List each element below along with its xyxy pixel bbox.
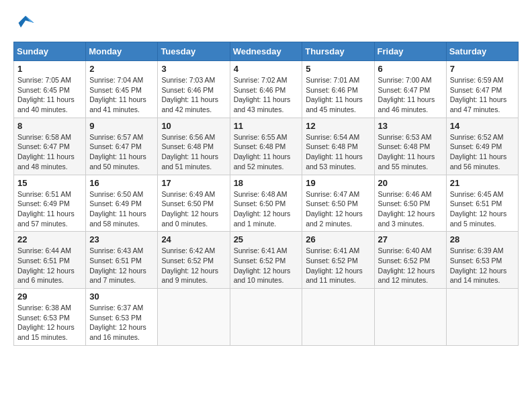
day-detail: Sunrise: 6:50 AMSunset: 6:49 PMDaylight:…: [89, 189, 154, 229]
day-number: 29: [17, 291, 82, 302]
calendar-cell: 30Sunrise: 6:37 AMSunset: 6:53 PMDayligh…: [86, 289, 158, 346]
day-detail: Sunrise: 7:03 AMSunset: 6:46 PMDaylight:…: [161, 75, 226, 115]
calendar-cell: [374, 289, 446, 346]
day-number: 1: [17, 64, 82, 74]
calendar-header-monday: Monday: [86, 42, 158, 61]
calendar-cell: 13Sunrise: 6:53 AMSunset: 6:48 PMDayligh…: [374, 118, 446, 175]
day-number: 28: [450, 234, 515, 244]
calendar-cell: 16Sunrise: 6:50 AMSunset: 6:49 PMDayligh…: [86, 175, 158, 232]
day-detail: Sunrise: 6:55 AMSunset: 6:48 PMDaylight:…: [234, 132, 299, 172]
calendar-cell: 29Sunrise: 6:38 AMSunset: 6:53 PMDayligh…: [14, 289, 86, 346]
calendar-cell: 5Sunrise: 7:01 AMSunset: 6:46 PMDaylight…: [302, 61, 374, 118]
day-number: 19: [306, 178, 370, 188]
calendar-header-saturday: Saturday: [446, 42, 518, 61]
day-detail: Sunrise: 6:41 AMSunset: 6:52 PMDaylight:…: [306, 246, 370, 285]
calendar-cell: 12Sunrise: 6:54 AMSunset: 6:48 PMDayligh…: [302, 118, 374, 175]
calendar-cell: 20Sunrise: 6:46 AMSunset: 6:50 PMDayligh…: [374, 175, 446, 232]
day-number: 7: [450, 64, 515, 74]
calendar-header-friday: Friday: [374, 42, 446, 61]
day-detail: Sunrise: 6:59 AMSunset: 6:47 PMDaylight:…: [450, 75, 515, 115]
calendar-cell: 22Sunrise: 6:44 AMSunset: 6:51 PMDayligh…: [14, 232, 86, 289]
calendar-cell: 24Sunrise: 6:42 AMSunset: 6:52 PMDayligh…: [158, 232, 230, 289]
day-detail: Sunrise: 6:51 AMSunset: 6:49 PMDaylight:…: [17, 189, 82, 229]
day-number: 15: [17, 178, 82, 188]
calendar-cell: 23Sunrise: 6:43 AMSunset: 6:51 PMDayligh…: [86, 232, 158, 289]
calendar-cell: 11Sunrise: 6:55 AMSunset: 6:48 PMDayligh…: [230, 118, 302, 175]
day-number: 14: [450, 121, 515, 131]
day-number: 27: [378, 234, 443, 244]
day-number: 23: [89, 234, 154, 244]
calendar-week-row: 29Sunrise: 6:38 AMSunset: 6:53 PMDayligh…: [14, 289, 519, 346]
day-number: 13: [378, 121, 443, 131]
logo: [13, 13, 35, 35]
calendar-cell: 8Sunrise: 6:58 AMSunset: 6:47 PMDaylight…: [14, 118, 86, 175]
day-detail: Sunrise: 7:05 AMSunset: 6:45 PMDaylight:…: [17, 75, 82, 115]
day-detail: Sunrise: 6:48 AMSunset: 6:50 PMDaylight:…: [234, 189, 299, 229]
day-number: 11: [234, 121, 299, 131]
day-number: 17: [161, 178, 226, 188]
calendar-week-row: 1Sunrise: 7:05 AMSunset: 6:45 PMDaylight…: [14, 61, 519, 118]
calendar-cell: 4Sunrise: 7:02 AMSunset: 6:46 PMDaylight…: [230, 61, 302, 118]
calendar-cell: 19Sunrise: 6:47 AMSunset: 6:50 PMDayligh…: [302, 175, 374, 232]
day-detail: Sunrise: 6:46 AMSunset: 6:50 PMDaylight:…: [378, 189, 443, 229]
page-header: [13, 13, 519, 35]
calendar-cell: 25Sunrise: 6:41 AMSunset: 6:52 PMDayligh…: [230, 232, 302, 289]
calendar-cell: 2Sunrise: 7:04 AMSunset: 6:45 PMDaylight…: [86, 61, 158, 118]
day-number: 2: [89, 64, 154, 74]
day-number: 26: [306, 234, 370, 244]
calendar-header-sunday: Sunday: [14, 42, 86, 61]
day-detail: Sunrise: 6:40 AMSunset: 6:52 PMDaylight:…: [378, 246, 443, 285]
calendar-week-row: 8Sunrise: 6:58 AMSunset: 6:47 PMDaylight…: [14, 118, 519, 175]
calendar-cell: 15Sunrise: 6:51 AMSunset: 6:49 PMDayligh…: [14, 175, 86, 232]
calendar-cell: [302, 289, 374, 346]
day-detail: Sunrise: 6:38 AMSunset: 6:53 PMDaylight:…: [17, 303, 82, 342]
day-detail: Sunrise: 6:58 AMSunset: 6:47 PMDaylight:…: [17, 132, 82, 172]
day-detail: Sunrise: 6:49 AMSunset: 6:50 PMDaylight:…: [161, 189, 226, 229]
day-number: 5: [306, 64, 370, 74]
day-number: 18: [234, 178, 299, 188]
calendar-header-wednesday: Wednesday: [230, 42, 302, 61]
day-detail: Sunrise: 6:37 AMSunset: 6:53 PMDaylight:…: [89, 303, 154, 342]
calendar-week-row: 22Sunrise: 6:44 AMSunset: 6:51 PMDayligh…: [14, 232, 519, 289]
calendar-cell: 26Sunrise: 6:41 AMSunset: 6:52 PMDayligh…: [302, 232, 374, 289]
day-detail: Sunrise: 6:45 AMSunset: 6:51 PMDaylight:…: [450, 189, 515, 229]
day-number: 10: [161, 121, 226, 131]
calendar-cell: 7Sunrise: 6:59 AMSunset: 6:47 PMDaylight…: [446, 61, 518, 118]
day-detail: Sunrise: 6:57 AMSunset: 6:47 PMDaylight:…: [89, 132, 154, 172]
day-detail: Sunrise: 7:04 AMSunset: 6:45 PMDaylight:…: [89, 75, 154, 115]
day-number: 3: [161, 64, 226, 74]
logo-bird-icon: [16, 13, 35, 32]
day-number: 30: [89, 291, 154, 302]
day-detail: Sunrise: 6:41 AMSunset: 6:52 PMDaylight:…: [234, 246, 299, 285]
day-detail: Sunrise: 7:00 AMSunset: 6:47 PMDaylight:…: [378, 75, 443, 115]
calendar-cell: 18Sunrise: 6:48 AMSunset: 6:50 PMDayligh…: [230, 175, 302, 232]
day-number: 8: [17, 121, 82, 131]
calendar-cell: 3Sunrise: 7:03 AMSunset: 6:46 PMDaylight…: [158, 61, 230, 118]
calendar-header-row: SundayMondayTuesdayWednesdayThursdayFrid…: [14, 42, 519, 61]
day-number: 22: [17, 234, 82, 244]
day-number: 16: [89, 178, 154, 188]
day-detail: Sunrise: 6:56 AMSunset: 6:48 PMDaylight:…: [161, 132, 226, 172]
day-number: 24: [161, 234, 226, 244]
day-detail: Sunrise: 6:53 AMSunset: 6:48 PMDaylight:…: [378, 132, 443, 172]
day-number: 9: [89, 121, 154, 131]
day-number: 20: [378, 178, 443, 188]
calendar-cell: 14Sunrise: 6:52 AMSunset: 6:49 PMDayligh…: [446, 118, 518, 175]
day-detail: Sunrise: 6:47 AMSunset: 6:50 PMDaylight:…: [306, 189, 370, 229]
calendar-cell: 21Sunrise: 6:45 AMSunset: 6:51 PMDayligh…: [446, 175, 518, 232]
day-number: 25: [234, 234, 299, 244]
day-detail: Sunrise: 6:44 AMSunset: 6:51 PMDaylight:…: [17, 246, 82, 285]
calendar-cell: 10Sunrise: 6:56 AMSunset: 6:48 PMDayligh…: [158, 118, 230, 175]
day-number: 4: [234, 64, 299, 74]
calendar-week-row: 15Sunrise: 6:51 AMSunset: 6:49 PMDayligh…: [14, 175, 519, 232]
day-detail: Sunrise: 6:39 AMSunset: 6:53 PMDaylight:…: [450, 246, 515, 285]
day-number: 12: [306, 121, 370, 131]
calendar-cell: 9Sunrise: 6:57 AMSunset: 6:47 PMDaylight…: [86, 118, 158, 175]
day-detail: Sunrise: 7:01 AMSunset: 6:46 PMDaylight:…: [306, 75, 370, 115]
day-detail: Sunrise: 6:54 AMSunset: 6:48 PMDaylight:…: [306, 132, 370, 172]
day-number: 6: [378, 64, 443, 74]
calendar-cell: [446, 289, 518, 346]
calendar-cell: [230, 289, 302, 346]
calendar-header-tuesday: Tuesday: [158, 42, 230, 61]
calendar-header-thursday: Thursday: [302, 42, 374, 61]
